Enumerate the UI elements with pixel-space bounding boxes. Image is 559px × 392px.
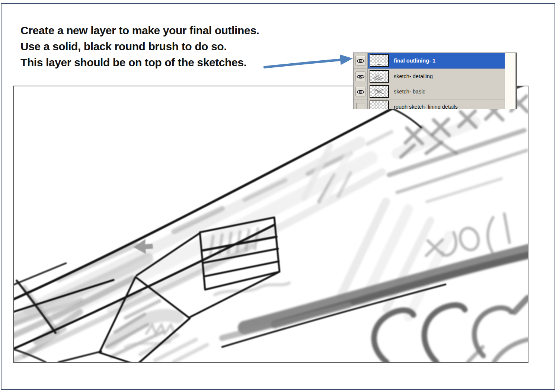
- layer-row-sketch-basic[interactable]: sketch- basic: [354, 84, 505, 99]
- layers-list: final outlining- 1: [354, 53, 505, 109]
- layer-row-body[interactable]: sketch- detailing: [368, 69, 505, 84]
- layer-label: sketch- basic: [394, 89, 425, 95]
- eye-icon: [357, 74, 365, 79]
- layer-label: rough sketch- lining details: [394, 104, 458, 109]
- visibility-toggle[interactable]: [355, 87, 365, 96]
- instruction-line-1: Create a new layer to make your final ou…: [20, 22, 259, 38]
- instruction-line-3: This layer should be on top of the sketc…: [20, 54, 259, 70]
- sketch-canvas-image: [13, 86, 528, 363]
- visibility-toggle-off[interactable]: [356, 103, 365, 109]
- visibility-toggle[interactable]: [355, 71, 365, 81]
- instruction-text: Create a new layer to make your final ou…: [20, 22, 259, 70]
- layer-label: sketch- detailing: [394, 73, 433, 79]
- visibility-toggle[interactable]: [355, 56, 365, 66]
- thumbnail-sketch-mark: [370, 71, 388, 82]
- layer-label: final outlining- 1: [394, 58, 435, 64]
- eye-icon: [357, 58, 365, 64]
- visibility-cell[interactable]: [354, 69, 368, 84]
- visibility-cell[interactable]: [354, 99, 368, 109]
- thumbnail-sketch-mark: [370, 55, 388, 66]
- layer-row-body[interactable]: rough sketch- lining details: [368, 99, 505, 109]
- layer-thumbnail[interactable]: [370, 85, 389, 98]
- arrow-right-icon: [262, 54, 355, 71]
- visibility-cell[interactable]: [354, 84, 368, 99]
- layer-thumbnail[interactable]: [370, 70, 389, 83]
- pencil-sketch-svg: [14, 86, 528, 362]
- eye-icon: [357, 89, 365, 95]
- layer-row-final-outlining[interactable]: final outlining- 1: [354, 53, 505, 69]
- layer-thumbnail[interactable]: [370, 54, 389, 67]
- visibility-cell[interactable]: [354, 53, 368, 68]
- tutorial-slide: Create a new layer to make your final ou…: [0, 0, 559, 392]
- layer-row-body[interactable]: sketch- basic: [368, 84, 505, 99]
- layer-row-body[interactable]: final outlining- 1: [368, 53, 505, 68]
- panel-scrollbar-track[interactable]: [505, 53, 517, 109]
- thumbnail-sketch-mark: [370, 86, 388, 97]
- layer-thumbnail[interactable]: [370, 101, 389, 109]
- instruction-line-2: Use a solid, black round brush to do so.: [20, 38, 259, 54]
- layer-row-rough-sketch[interactable]: rough sketch- lining details: [354, 99, 505, 109]
- layer-row-sketch-detailing[interactable]: sketch- detailing: [354, 69, 505, 84]
- layers-panel: final outlining- 1: [353, 52, 517, 109]
